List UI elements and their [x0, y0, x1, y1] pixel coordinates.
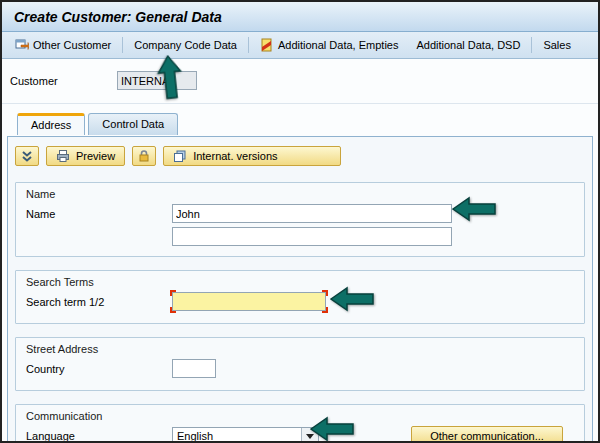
toolbar-separator [531, 37, 532, 53]
toolbar-separator [122, 37, 123, 53]
page-title: Create Customer: General Data [14, 9, 222, 25]
other-customer-label: Other Customer [33, 39, 111, 51]
country-label: Country [26, 363, 172, 375]
street-address-group-title: Street Address [26, 341, 574, 359]
annotation-arrow-company-code-data [155, 54, 185, 100]
language-select[interactable]: English [172, 427, 319, 443]
name-input[interactable] [172, 204, 452, 223]
internat-versions-label: Internat. versions [193, 150, 277, 162]
title-bar: Create Customer: General Data [2, 2, 598, 32]
company-code-data-button[interactable]: Company Code Data [125, 34, 246, 56]
tab-strip: Address Control Data [2, 113, 598, 135]
tab-control-data-label: Control Data [102, 118, 164, 130]
preview-label: Preview [76, 150, 115, 162]
language-value: English [173, 428, 301, 443]
tab-control-data[interactable]: Control Data [88, 113, 178, 135]
search-terms-group-title: Search Terms [26, 274, 574, 292]
search-term-input[interactable] [172, 292, 326, 311]
language-label: Language [26, 430, 172, 442]
communication-group-title: Communication [26, 408, 574, 426]
communication-group: Communication Language English Other com… [15, 404, 585, 443]
internat-versions-button[interactable]: Internat. versions [163, 146, 341, 166]
focused-field-marker [172, 292, 326, 311]
application-toolbar: Other Customer Company Code Data Additio… [2, 32, 598, 59]
annotation-arrow-name-field [452, 196, 496, 222]
street-address-group: Street Address Country [15, 337, 585, 391]
toolbar-separator [248, 37, 249, 53]
versions-icon [173, 149, 187, 163]
sales-button[interactable]: Sales [534, 34, 580, 56]
other-communication-button[interactable]: Other communication... [411, 426, 563, 443]
other-communication-label: Other communication... [430, 430, 544, 442]
section-divider [2, 103, 598, 104]
filter-icon [20, 149, 34, 163]
address-toolbar: Preview Internat. versions [8, 137, 592, 182]
additional-data-empties-button[interactable]: Additional Data, Empties [251, 34, 407, 56]
other-customer-button[interactable]: Other Customer [6, 34, 120, 56]
lock-button[interactable] [132, 146, 156, 166]
printer-icon [56, 149, 70, 163]
name-row-2 [26, 227, 574, 246]
search-term-label: Search term 1/2 [26, 296, 172, 308]
additional-data-icon [260, 38, 274, 52]
preview-button[interactable]: Preview [46, 146, 125, 166]
tab-address-label: Address [31, 119, 71, 131]
name-group: Name Name [15, 182, 585, 257]
country-input[interactable] [172, 359, 216, 378]
annotation-arrow-search-term-field [330, 286, 374, 312]
lock-icon [137, 149, 151, 163]
tab-address[interactable]: Address [17, 113, 85, 135]
company-code-data-label: Company Code Data [134, 39, 237, 51]
additional-data-dsd-label: Additional Data, DSD [416, 39, 520, 51]
search-term-row: Search term 1/2 [26, 292, 574, 311]
sap-window: Create Customer: General Data Other Cust… [0, 0, 600, 443]
annotation-arrow-language-select [310, 416, 354, 442]
language-row: Language English Other communication... [26, 426, 574, 443]
other-customer-icon [15, 38, 29, 52]
additional-data-empties-label: Additional Data, Empties [278, 39, 398, 51]
customer-row: Customer [2, 71, 598, 103]
search-terms-group: Search Terms Search term 1/2 [15, 270, 585, 324]
name-label: Name [26, 208, 172, 220]
name2-input[interactable] [172, 227, 452, 246]
additional-data-dsd-button[interactable]: Additional Data, DSD [407, 34, 529, 56]
collapse-filter-button[interactable] [15, 146, 39, 166]
sales-label: Sales [543, 39, 571, 51]
country-row: Country [26, 359, 574, 378]
address-tab-panel: Preview Internat. versions [7, 136, 593, 443]
customer-label: Customer [10, 75, 117, 87]
